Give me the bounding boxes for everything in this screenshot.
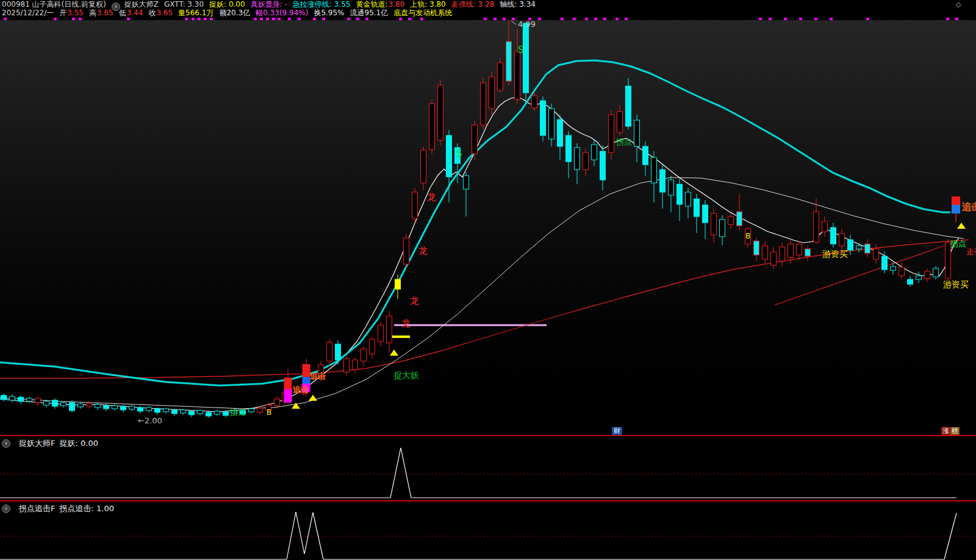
header-field: 幅0.33(9.94%) xyxy=(256,9,308,17)
signal-tick xyxy=(759,18,762,20)
signal-tick xyxy=(356,18,359,20)
candlestick-chart[interactable]: 4.99←2.00龙龙龙龙SS拐点拐点拐点走强BB捉大妖游资买游资买追击追击追击 xyxy=(0,0,976,560)
chase-icon-red-square xyxy=(952,196,960,205)
finance-tag-button[interactable]: 财 xyxy=(612,427,622,435)
rise-char: 涨 xyxy=(941,427,950,435)
candle-body xyxy=(814,212,819,242)
header-field: 3.55 xyxy=(67,9,84,17)
signal-tick xyxy=(946,18,949,20)
signal-tick xyxy=(420,18,423,20)
header-field: 黄金轨道: xyxy=(356,0,387,9)
header-field: 底盘与发动机系统 xyxy=(393,9,452,17)
header-field: 轴线: 3.34 xyxy=(500,0,536,9)
candle-body xyxy=(472,125,478,154)
candle-body xyxy=(933,268,939,277)
candle-body xyxy=(822,221,828,232)
candle-body xyxy=(686,192,691,206)
signal-tick xyxy=(399,18,402,20)
candle-body xyxy=(720,220,725,237)
chart-annotation-label: 追击 xyxy=(310,372,326,381)
chart-annotation-label: B xyxy=(267,408,271,417)
signal-bar-segment xyxy=(284,389,292,403)
signal-tick xyxy=(866,18,869,20)
candle-body xyxy=(223,412,229,415)
zhuoyao-indicator-spike xyxy=(390,448,411,498)
candle-body xyxy=(677,184,683,204)
signal-tick xyxy=(625,18,628,20)
signal-tick xyxy=(260,18,263,20)
signal-tick xyxy=(185,18,188,20)
candle-body xyxy=(189,411,195,415)
candle-body xyxy=(575,148,580,170)
candle-body xyxy=(711,214,717,235)
corner-diamond-icon[interactable]: ◇ xyxy=(956,1,961,9)
chart-annotation-label: 龙 xyxy=(427,192,436,203)
candle-body xyxy=(609,115,614,153)
signal-tick xyxy=(484,18,487,20)
candle-body xyxy=(737,212,742,226)
chart-annotation-label: 捉大妖 xyxy=(393,370,419,380)
signal-tick xyxy=(814,18,817,20)
signal-bar-segment xyxy=(284,378,292,389)
candle-body xyxy=(925,271,930,279)
chart-annotation-label: 游资买 xyxy=(943,279,969,289)
signal-tick xyxy=(204,18,207,20)
candle-body xyxy=(78,404,84,407)
chart-annotation-label: 拐点 xyxy=(950,239,966,248)
candle-body xyxy=(566,135,572,162)
signal-tick xyxy=(955,18,958,20)
candle-body xyxy=(805,249,811,256)
trading-app-window: { "header": { "line1": [ {"t":"000981 山子… xyxy=(0,0,976,560)
signal-tick xyxy=(573,18,576,20)
signal-tick xyxy=(298,18,301,20)
candle-body xyxy=(370,339,375,354)
candle-body xyxy=(464,176,469,189)
candle-body xyxy=(27,398,32,401)
chase-icon-blue-square xyxy=(952,205,960,214)
candle-body xyxy=(61,403,66,406)
signal-tick xyxy=(210,18,213,20)
header-field: 3.44 xyxy=(127,9,143,17)
chart-annotation-label: S xyxy=(518,45,524,56)
panel-collapse-icon[interactable]: ∨ xyxy=(2,504,10,513)
panel-zhuoyao-label: ∨ 捉妖大师F 捉妖: 0.00 xyxy=(2,438,98,449)
candle-body xyxy=(215,411,220,414)
chart-annotation-label: 追击 xyxy=(962,201,976,212)
candle-body xyxy=(129,406,135,409)
header-field: 收 xyxy=(148,9,156,17)
signal-tick xyxy=(4,18,7,20)
candle-body xyxy=(387,316,392,343)
candle-body xyxy=(634,120,640,146)
header-field: 3.80 xyxy=(388,0,404,9)
candle-body xyxy=(703,205,708,223)
candle-body xyxy=(856,246,862,249)
header-field: 000981 山子高科(日线.前复权) xyxy=(2,0,106,9)
candle-body xyxy=(163,409,169,412)
chart-annotation-label: 追击 xyxy=(293,385,309,394)
candle-body xyxy=(138,407,143,411)
candle-body xyxy=(481,83,486,125)
candle-body xyxy=(44,401,49,405)
signal-tick xyxy=(769,18,772,20)
candle-body xyxy=(172,410,178,414)
candle-body xyxy=(87,403,92,406)
signal-tick xyxy=(594,18,597,20)
candle-body xyxy=(95,404,101,407)
header-field: 捉妖大师Z xyxy=(124,0,159,9)
candle-body xyxy=(249,409,254,412)
signal-tick xyxy=(615,18,619,20)
header-field: 3.65 xyxy=(156,9,173,17)
signal-tick xyxy=(322,18,325,20)
candle-body xyxy=(523,23,529,93)
candle-body xyxy=(874,249,879,259)
candle-body xyxy=(643,146,648,165)
chart-annotation-label: 龙 xyxy=(418,245,428,256)
signal-tick xyxy=(493,18,497,20)
rise-rank-tag-button[interactable]: 涨榜 xyxy=(941,427,960,435)
candle-body xyxy=(344,359,350,372)
candle-body xyxy=(274,399,280,406)
candle-body xyxy=(327,342,332,361)
candle-body xyxy=(865,244,870,253)
panel-collapse-icon[interactable]: ∨ xyxy=(2,439,10,448)
candle-body xyxy=(908,279,913,284)
